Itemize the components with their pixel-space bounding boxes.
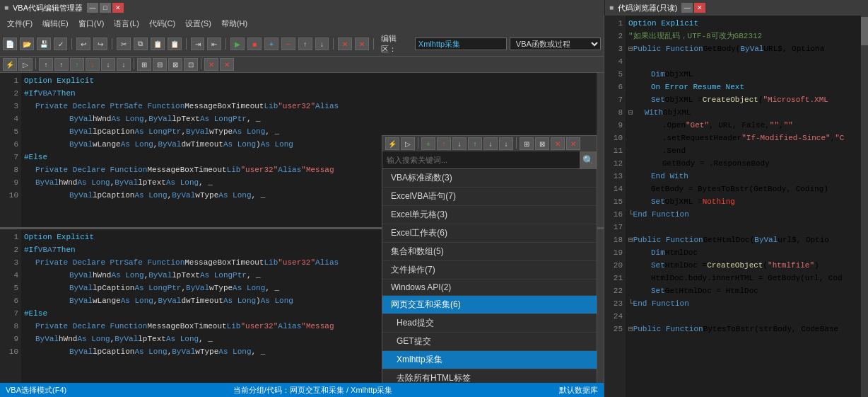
cut-button[interactable]: ✂ xyxy=(117,38,131,50)
list-item-3[interactable]: Excel工作表(6) xyxy=(382,224,597,243)
list-item-2[interactable]: Excel单元格(3) xyxy=(382,206,597,224)
save-button[interactable]: 💾 xyxy=(37,38,51,50)
status-center: 当前分组/代码：网页交互和采集 / Xmlhttp采集 xyxy=(233,385,393,396)
dd-tb6[interactable]: ↑ xyxy=(468,137,482,150)
right-editor: 12345 678910 1112131415 1617181920 21222… xyxy=(604,16,868,397)
right-line-numbers: 12345 678910 1112131415 1617181920 21222… xyxy=(604,16,626,397)
maximize-button[interactable]: □ xyxy=(100,3,111,13)
indent-button[interactable]: ⇥ xyxy=(191,38,205,50)
list-item-8[interactable]: Head提交 xyxy=(382,314,597,333)
undo-button[interactable]: ↩ xyxy=(76,38,90,50)
dd-tb4[interactable]: ↑ xyxy=(437,137,451,150)
tb2-6[interactable]: ↓ xyxy=(86,58,100,71)
copy-button[interactable]: ⧉ xyxy=(134,38,148,50)
tb2-11[interactable]: ⊠ xyxy=(168,58,182,71)
dd-tb5[interactable]: ↓ xyxy=(452,137,467,150)
list-item-0[interactable]: VBA标准函数(3) xyxy=(382,169,597,188)
search-button[interactable]: 🔍 xyxy=(580,151,597,168)
x2-button[interactable]: ✕ xyxy=(355,38,369,50)
right-title-text: 代码浏览器(只读) xyxy=(618,3,677,13)
left-title-text: VBA代码编辑管理器 xyxy=(13,3,83,13)
right-scrollbar[interactable] xyxy=(861,16,868,397)
menu-bar: 文件(F) 编辑(E) 窗口(V) 语言(L) 代码(C) 设置(S) 帮助(H… xyxy=(0,16,604,32)
list-item-7[interactable]: 网页交互和采集(6) xyxy=(382,296,597,314)
del-button[interactable]: − xyxy=(281,38,295,50)
function-dropdown: ⚡ ▷ + ↑ ↓ ↑ ↓ ↓ ⊞ ⊠ ✕ ✕ xyxy=(382,135,597,383)
close-button[interactable]: ✕ xyxy=(112,3,124,13)
dd-tb11[interactable]: ✕ xyxy=(551,137,565,150)
menu-window[interactable]: 窗口(V) xyxy=(74,17,109,30)
list-item-11[interactable]: 去除所有HTML标签 xyxy=(382,369,597,383)
left-title-bar: ■ VBA代码编辑管理器 — □ ✕ xyxy=(0,0,604,16)
top-line-numbers: 12345 678910 xyxy=(0,73,21,227)
tb2-12[interactable]: ⊡ xyxy=(184,58,198,71)
add-button[interactable]: + xyxy=(264,38,278,50)
dd-tb10[interactable]: ⊠ xyxy=(535,137,549,150)
tb2-3[interactable]: ↑ xyxy=(39,58,53,71)
list-item-6[interactable]: Windows API(2) xyxy=(382,280,597,296)
menu-code[interactable]: 代码(C) xyxy=(145,17,180,30)
list-item-10[interactable]: Xmlhttp采集 xyxy=(382,351,597,369)
tb2-2[interactable]: ▷ xyxy=(18,58,33,71)
dd-tb2[interactable]: ▷ xyxy=(401,137,415,150)
status-right: 默认数据库 xyxy=(559,385,598,396)
dd-tb8[interactable]: ↓ xyxy=(499,137,513,150)
new-button[interactable]: 📄 xyxy=(3,38,17,50)
dropdown-toolbar: ⚡ ▷ + ↑ ↓ ↑ ↓ ↓ ⊞ ⊠ ✕ ✕ xyxy=(382,136,597,151)
main-toolbar: 📄 📂 💾 ✓ ↩ ↪ ✂ ⧉ 📋 📋 ⇥ ⇤ ▶ ■ + − ↑ ↓ ✕ ✕ xyxy=(0,32,604,57)
tb2-10[interactable]: ⊟ xyxy=(153,58,167,71)
dropdown-search-bar: 🔍 xyxy=(382,151,597,169)
open-button[interactable]: 📂 xyxy=(20,38,34,50)
tb2-5[interactable]: ↑ xyxy=(70,58,84,71)
paste-button[interactable]: 📋 xyxy=(151,38,165,50)
menu-help[interactable]: 帮助(H) xyxy=(217,17,252,30)
status-left: VBA选择模式(F4) xyxy=(6,385,66,396)
tb2-8[interactable]: ↓ xyxy=(117,58,131,71)
right-close-button[interactable]: ✕ xyxy=(694,3,705,13)
tb2-14[interactable]: ✕ xyxy=(220,58,234,71)
right-title-bar: ■ 代码浏览器(只读) — ✕ xyxy=(604,0,868,16)
list-item-4[interactable]: 集合和数组(5) xyxy=(382,243,597,261)
menu-edit[interactable]: 编辑(E) xyxy=(38,17,73,30)
function-select[interactable]: VBA函数或过程 xyxy=(510,38,601,50)
status-bar: VBA选择模式(F4) 当前分组/代码：网页交互和采集 / Xmlhttp采集 … xyxy=(0,383,604,397)
dd-tb3[interactable]: + xyxy=(421,137,435,150)
tb2-7[interactable]: ↓ xyxy=(101,58,115,71)
x-button[interactable]: ✕ xyxy=(338,38,352,50)
sub-toolbar: ⚡ ▷ ↑ ↑ ↑ ↓ ↓ ↓ ⊞ ⊟ ⊠ ⊡ ✕ ✕ xyxy=(0,57,604,73)
list-item-5[interactable]: 文件操作(7) xyxy=(382,261,597,280)
tb2-13[interactable]: ✕ xyxy=(204,58,218,71)
bottom-scrollbar[interactable] xyxy=(597,229,604,384)
top-scrollbar[interactable] xyxy=(597,73,604,227)
dd-tb7[interactable]: ↓ xyxy=(483,137,498,150)
down-button[interactable]: ↓ xyxy=(315,38,329,50)
paste2-button[interactable]: 📋 xyxy=(168,38,182,50)
dd-tb1[interactable]: ⚡ xyxy=(385,137,399,150)
list-item-9[interactable]: GET提交 xyxy=(382,333,597,351)
run-button[interactable]: ▶ xyxy=(230,38,245,50)
outdent-button[interactable]: ⇤ xyxy=(207,38,221,50)
menu-lang[interactable]: 语言(L) xyxy=(110,17,143,30)
search-input[interactable] xyxy=(382,154,580,166)
dd-tb9[interactable]: ⊞ xyxy=(520,137,534,150)
up-button[interactable]: ↑ xyxy=(298,38,312,50)
tb2-9[interactable]: ⊞ xyxy=(137,58,151,71)
redo-button[interactable]: ↪ xyxy=(93,38,107,50)
tb2-1[interactable]: ⚡ xyxy=(3,58,17,71)
minimize-button[interactable]: — xyxy=(87,3,98,13)
dd-tb12[interactable]: ✕ xyxy=(566,137,580,150)
menu-settings[interactable]: 设置(S) xyxy=(181,17,216,30)
bottom-line-numbers: 12345 678910 xyxy=(0,229,21,384)
list-item-1[interactable]: ExcelVBA语句(7) xyxy=(382,188,597,206)
right-minimize-button[interactable]: — xyxy=(681,3,693,13)
check-button[interactable]: ✓ xyxy=(54,38,68,50)
tb2-4[interactable]: ↑ xyxy=(54,58,69,71)
toolbar-label: 编辑区： xyxy=(381,33,412,54)
stop-button[interactable]: ■ xyxy=(247,38,262,50)
editor-zone-input[interactable] xyxy=(415,38,507,50)
menu-file[interactable]: 文件(F) xyxy=(3,17,37,30)
dropdown-list[interactable]: VBA标准函数(3) ExcelVBA语句(7) Excel单元格(3) Exc… xyxy=(382,169,597,383)
right-code-content: Option Explicit "如果出现乱码，UTF-8可改为GB2312 ⊟… xyxy=(626,16,861,397)
